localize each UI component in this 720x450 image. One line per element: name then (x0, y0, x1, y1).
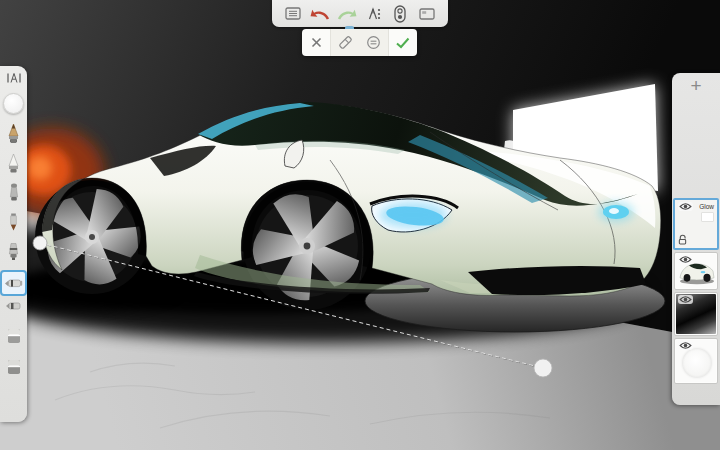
unlock-icon (678, 234, 687, 245)
quick-bar (302, 29, 417, 56)
marker-chisel-icon (4, 277, 23, 290)
eraser-block-hard-icon (7, 359, 21, 375)
confirm-check-icon (395, 37, 410, 49)
guide-handle-end[interactable] (534, 359, 552, 377)
tool-eraser-soft[interactable] (0, 328, 27, 344)
menu-list-icon (285, 7, 301, 20)
eye-icon (679, 202, 692, 211)
layer-visibility-toggle[interactable] (678, 202, 693, 211)
tool-pencil[interactable] (0, 123, 27, 144)
quick-bar-notch (345, 26, 354, 29)
paint-cone-icon (7, 153, 20, 174)
layer-item-backdrop[interactable] (674, 292, 718, 336)
color-puck[interactable] (0, 93, 27, 114)
tool-airbrush-small[interactable] (0, 183, 27, 202)
undo-button[interactable] (310, 4, 330, 24)
eye-icon (679, 255, 692, 264)
eye-icon (679, 295, 692, 304)
brush-settings-icon (6, 72, 22, 84)
layer-item-ellipse[interactable] (674, 338, 718, 384)
symmetry-puck-button[interactable] (390, 4, 410, 24)
tool-airbrush-large[interactable] (0, 242, 27, 261)
symmetry-puck-icon (394, 5, 406, 23)
tool-ink-pen[interactable] (0, 212, 27, 232)
canvas-frame-icon (419, 8, 435, 20)
layers-panel: + Glow (672, 73, 720, 405)
brush-editor-icon (365, 7, 381, 21)
app-window: + Glow (0, 0, 720, 450)
confirm-button[interactable] (389, 29, 417, 56)
color-puck-swatch (3, 93, 24, 114)
layer-color-swatch (701, 212, 714, 222)
tool-paintbrush[interactable] (0, 153, 27, 174)
cancel-button[interactable] (302, 29, 330, 56)
layer-visibility-toggle[interactable] (678, 341, 693, 350)
brush-editor-button[interactable] (363, 4, 383, 24)
brush-settings-button[interactable] (0, 72, 27, 84)
tool-marker-flat[interactable] (0, 300, 27, 312)
undo-arrow-icon (310, 8, 330, 20)
drawing-canvas[interactable] (0, 0, 720, 450)
eraser-block-soft-icon (7, 328, 21, 344)
airbrush-small-icon (8, 183, 20, 202)
redo-button[interactable] (337, 4, 357, 24)
ellipse-shape (683, 349, 711, 377)
layer-visibility-toggle[interactable] (678, 255, 693, 264)
tool-selection-box (0, 270, 27, 296)
ink-pen-icon (8, 212, 19, 232)
marker-flat-icon (5, 300, 23, 312)
airbrush-large-icon (7, 242, 20, 261)
layer-lock-toggle[interactable] (678, 234, 687, 245)
tool-eraser-hard[interactable] (0, 359, 27, 375)
top-toolbar (272, 0, 448, 27)
layer-item-glow[interactable]: Glow (673, 198, 719, 250)
eraser-icon (337, 34, 354, 51)
eye-icon (679, 341, 692, 350)
layer-visibility-toggle[interactable] (678, 295, 693, 304)
redo-arrow-icon (337, 8, 357, 20)
stroke-circle-icon (366, 35, 381, 50)
tool-marker-selected[interactable] (0, 270, 27, 296)
layer-label: Glow (699, 203, 714, 210)
guide-handle-start[interactable] (33, 236, 47, 250)
canvas-button[interactable] (417, 4, 437, 24)
add-layer-button[interactable]: + (672, 75, 720, 97)
tool-palette (0, 66, 27, 422)
menu-button[interactable] (283, 4, 303, 24)
pencil-cone-icon (7, 123, 20, 144)
layer-item-car[interactable] (674, 252, 718, 290)
eraser-button[interactable] (330, 29, 359, 56)
cancel-x-icon (311, 37, 322, 48)
stroke-style-button[interactable] (360, 29, 389, 56)
